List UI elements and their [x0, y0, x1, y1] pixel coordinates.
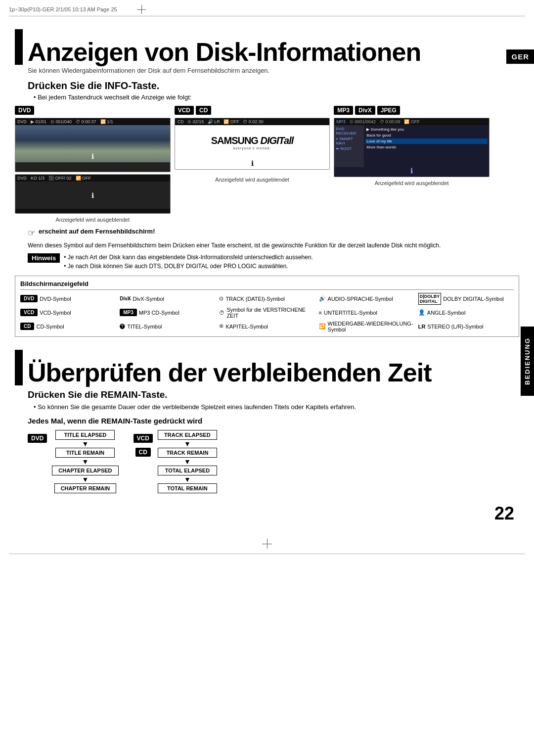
- samsung-logo-area: SAMSUNG DIGITall everyone's invited.: [209, 125, 296, 159]
- hand-note: ☞ erscheint auf dem Fernsehbildschirm!: [28, 228, 519, 238]
- remain-bullet: So können Sie die gesamte Dauer oder die…: [34, 403, 519, 411]
- jpeg-badge: JPEG: [377, 106, 400, 115]
- symbol-cd: CD CD-Symbol: [20, 323, 116, 330]
- dvd-arrow3: ▼: [82, 476, 89, 483]
- vcd-flow: TRACK ELAPSED ▼ TRACK REMAIN ▼ TOTAL ELA…: [158, 430, 217, 493]
- hand-heading: erscheint auf dem Fernsehbildschirm!: [39, 228, 155, 235]
- vcd-info-icon: ℹ: [251, 159, 254, 167]
- vcd-step2: TRACK REMAIN: [158, 448, 217, 458]
- print-info: 1p~30p(P10)-GER 2/1/05 10:13 AM Page 25: [9, 6, 117, 12]
- symbol-vcd: VCD VCD-Symbol: [20, 309, 116, 316]
- symbol-time: ⏱ Symbol für die VERSTRICHENE ZEIT: [219, 307, 314, 319]
- section2-title-bar: Überprüfen der verbleibenden Zeit: [15, 350, 519, 385]
- angle-label: ANGLE-Symbol: [427, 310, 466, 316]
- mp3-smartnavi: e SMART NAVI: [336, 137, 362, 145]
- mp3-root: ROOT: [340, 146, 352, 151]
- info-section: Drücken Sie die INFO-Taste. Bei jedem Ta…: [15, 80, 519, 101]
- mp3-sym-label: MP3 CD-Symbol: [139, 310, 179, 316]
- section2-accent: [15, 350, 23, 385]
- symbol-mp3: MP3 MP3 CD-Symbol: [120, 309, 215, 316]
- hinweis-row: Hinweis Je nach Art der Disk kann das ei…: [28, 253, 519, 271]
- title-bar: Anzeigen von Disk-Informationen: [15, 29, 519, 65]
- dvd-image: ℹ: [15, 125, 170, 162]
- dvd-caption: Anzeigefeld wird ausgeblendet: [15, 217, 171, 223]
- dvd-screen1: DVD▶ 01/01⊙ 001/040⏱ 0:00:37🔁 1/1 ℹ: [15, 118, 171, 172]
- vcd-caption: Anzeigefeld wird ausgeblendet: [175, 177, 330, 183]
- subtitle: Sie können Wiedergabeinformationen der D…: [15, 67, 519, 74]
- hinweis-text: Je nach Art der Disk kann das eingeblend…: [64, 253, 313, 271]
- bottom-crosshair-icon: [262, 539, 272, 549]
- vcd-status-bar: CD ⊙ 02/15 🔊 LR 🔁 OFF ⏱ 0:02:30: [175, 118, 330, 125]
- dvd-symbol: DVD: [20, 295, 38, 302]
- dvd-status-bar2: DVDKO 1/3⬛ OFF/ 02🔁 OFF: [15, 175, 170, 182]
- page-number-container: 22: [0, 493, 534, 529]
- dolby-symbol: D|DOLBYDIGITAL: [418, 293, 442, 305]
- subtitle-label: UNTERTITEL-Symbol: [324, 310, 377, 316]
- symbol-title: 🅣 TITEL-Symbol: [120, 324, 215, 330]
- chapter-sym-label: KAPITEL-Symbol: [225, 324, 268, 330]
- repeat-symbol: 🔁: [319, 323, 326, 330]
- hand-detail: Wenn dieses Symbol auf dem Fernsehbildsc…: [28, 241, 519, 250]
- dvd-info-icon1: ℹ: [91, 152, 94, 160]
- mp3-panel: MP3 DivX JPEG MP3 ⊙ 0001/0042 ⏱ 0:00:09 …: [334, 106, 490, 223]
- info-heading: Drücken Sie die INFO-Taste.: [28, 80, 519, 92]
- symbol-subtitle: ≡ UNTERTITEL-Symbol: [319, 310, 414, 316]
- vcd-step1: TRACK ELAPSED: [158, 430, 217, 440]
- section1: Anzeigen von Disk-Informationen Sie könn…: [0, 24, 534, 337]
- mp3-screen: MP3 ⊙ 0001/0042 ⏱ 0:00:09 🔁 OFF DVD RECE…: [334, 118, 490, 177]
- section2-title: Überprüfen der verbleibenden Zeit: [28, 360, 432, 385]
- hinweis-badge: Hinweis: [28, 253, 60, 263]
- samsung-logo: SAMSUNG DIGITall: [211, 135, 294, 146]
- mp3-badge: MP3: [334, 106, 353, 115]
- main-title: Anzeigen von Disk-Informationen: [28, 39, 421, 65]
- subtitle-symbol: ≡: [319, 310, 322, 316]
- mp3-track-list: ▶ Something like you Back for good Love …: [364, 125, 489, 167]
- symbol-repeat: 🔁 WIEDERGABE-WIEDERHOLUNG-Symbol: [319, 321, 414, 332]
- mp3-sidebar: DVD RECEIVER e SMART NAVI ⬅ ROOT ▶ Somet…: [334, 125, 489, 167]
- symbol-divx: DivX DivX-Symbol: [120, 296, 215, 302]
- divx-label: DivX-Symbol: [133, 296, 164, 302]
- vcd-sym-label: VCD-Symbol: [40, 310, 71, 316]
- samsung-tagline: everyone's invited.: [233, 146, 271, 150]
- vcd-arrow1: ▼: [184, 440, 191, 447]
- mp3-receiver: DVD RECEIVER: [336, 127, 362, 136]
- dvd-status-bar1: DVD▶ 01/01⊙ 001/040⏱ 0:00:37🔁 1/1: [15, 118, 170, 125]
- mp3-left-panel: DVD RECEIVER e SMART NAVI ⬅ ROOT: [334, 125, 364, 167]
- audio-label: AUDIO-SPRACHE-Symbol: [328, 296, 393, 302]
- dvd-info-icon2: ℹ: [91, 191, 94, 199]
- time-label: Symbol für die VERSTRICHENE ZEIT: [226, 307, 314, 319]
- bottom-divider: [9, 554, 525, 554]
- section2: Überprüfen der verbleibenden Zeit Drücke…: [0, 342, 534, 493]
- symbol-lr: LR STEREO (L/R)-Symbol: [418, 324, 514, 330]
- mp3-caption: Anzeigefeld wird ausgeblendet: [334, 180, 490, 186]
- mp3-status-bar: MP3 ⊙ 0001/0042 ⏱ 0:00:09 🔁 OFF: [334, 118, 489, 125]
- cd-flow-badge: CD: [135, 448, 151, 457]
- vcd-panel: VCD CD CD ⊙ 02/15 🔊 LR 🔁 OFF ⏱ 0:02:30 S…: [175, 106, 330, 223]
- info-bullet-list: Bei jedem Tastendruck wechselt die Anzei…: [28, 94, 519, 101]
- dvd-flow-badge-col: DVD: [28, 430, 47, 443]
- divx-symbol: DivX: [120, 296, 131, 301]
- cd-sym-label: CD-Symbol: [36, 324, 64, 330]
- hinweis-item1: Je nach Art der Disk kann das eingeblend…: [64, 253, 313, 262]
- hand-icon: ☞: [28, 228, 36, 238]
- vcd-flow-badge: VCD: [134, 434, 153, 443]
- symbol-angle: 👤 ANGLE-Symbol: [418, 309, 514, 316]
- top-divider: [9, 16, 525, 16]
- title-symbol: 🅣: [120, 324, 125, 330]
- remain-section: Drücken Sie die REMAIN-Taste. So können …: [15, 389, 519, 411]
- cd-symbol: CD: [20, 323, 34, 330]
- remain-diagrams: DVD TITLE ELAPSED ▼ TITLE REMAIN ▼ CHAPT…: [15, 430, 519, 493]
- mp3-symbol: MP3: [120, 309, 137, 316]
- vcd-step4: TOTAL REMAIN: [158, 483, 217, 493]
- lr-label: STEREO (L/R)-Symbol: [427, 324, 483, 330]
- dvd-step4: CHAPTER REMAIN: [54, 483, 117, 493]
- page-meta: 1p~30p(P10)-GER 2/1/05 10:13 AM Page 25: [0, 0, 534, 16]
- vcd-arrow2: ▼: [184, 458, 191, 465]
- dvd-screen2: DVDKO 1/3⬛ OFF/ 02🔁 OFF ℹ: [15, 174, 171, 214]
- dvd-arrow1: ▼: [82, 440, 89, 447]
- dvd-step2: TITLE REMAIN: [55, 448, 115, 458]
- remain-heading: Drücken Sie die REMAIN-Taste.: [28, 389, 519, 400]
- symbol-dvd: DVD DVD-Symbol: [20, 295, 116, 302]
- dvd-step3: CHAPTER ELAPSED: [52, 466, 118, 475]
- vcd-badge: VCD: [175, 106, 194, 115]
